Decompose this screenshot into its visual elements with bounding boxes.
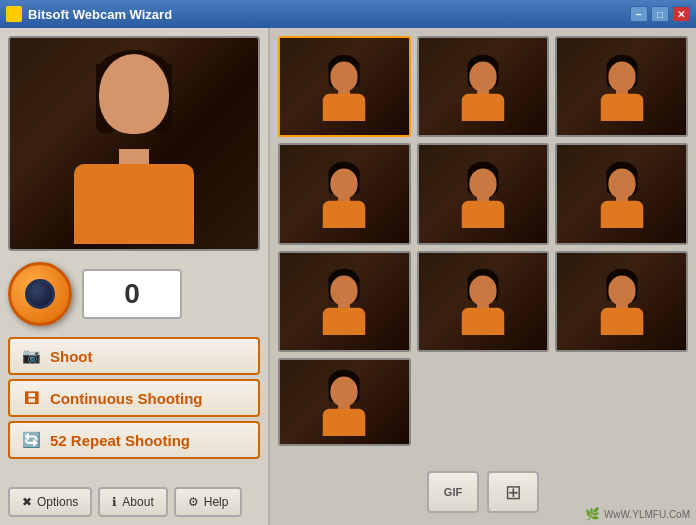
- watermark-text: WwW.YLMFU.CoM: [604, 509, 690, 520]
- repeat-icon: 🔄: [20, 431, 42, 449]
- counter-value: 0: [124, 278, 140, 310]
- thumb-img-8: [419, 253, 548, 350]
- watermark: 🌿 WwW.YLMFU.CoM: [585, 507, 690, 521]
- thumb-img-6: [557, 145, 686, 242]
- grid-view-button[interactable]: ⊞: [487, 471, 539, 513]
- repeat-shooting-button[interactable]: 🔄 52 Repeat Shooting: [8, 421, 260, 459]
- help-button[interactable]: ⚙ Help: [174, 487, 243, 517]
- thumb-img-2: [419, 38, 548, 135]
- thumbnail-7[interactable]: [278, 251, 411, 352]
- camera-preview: [8, 36, 260, 251]
- thumb-person-4: [319, 160, 370, 228]
- options-button[interactable]: ✖ Options: [8, 487, 92, 517]
- shoot-button[interactable]: 📷 Shoot: [8, 337, 260, 375]
- help-icon: ⚙: [188, 495, 199, 509]
- watermark-leaf: 🌿: [585, 507, 600, 521]
- thumbnail-5[interactable]: [417, 143, 550, 244]
- thumb-person-6: [596, 160, 647, 228]
- continuous-label: Continuous Shooting: [50, 390, 202, 407]
- continuous-shooting-button[interactable]: 🎞 Continuous Shooting: [8, 379, 260, 417]
- grid-icon: ⊞: [505, 480, 522, 504]
- thumb-person-2: [457, 53, 508, 121]
- thumb-person-1: [319, 53, 370, 121]
- thumbnail-6[interactable]: [555, 143, 688, 244]
- preview-body: [74, 164, 194, 244]
- close-button[interactable]: ✕: [672, 6, 690, 22]
- minimize-button[interactable]: −: [630, 6, 648, 22]
- camera-lens-icon: [25, 279, 55, 309]
- preview-inner: [10, 38, 258, 249]
- title-bar: Bitsoft Webcam Wizard − □ ✕: [0, 0, 696, 28]
- thumbnail-2[interactable]: [417, 36, 550, 137]
- shot-counter: 0: [82, 269, 182, 319]
- thumb-img-10: [280, 360, 409, 444]
- app-icon: [6, 6, 22, 22]
- about-label: About: [122, 495, 153, 509]
- thumb-person-8: [457, 267, 508, 335]
- thumb-person-3: [596, 53, 647, 121]
- gif-icon: GIF: [444, 486, 462, 498]
- thumbnail-8[interactable]: [417, 251, 550, 352]
- app-title: Bitsoft Webcam Wizard: [28, 7, 172, 22]
- thumb-img-9: [557, 253, 686, 350]
- thumbnail-10[interactable]: [278, 358, 411, 446]
- thumb-img-5: [419, 145, 548, 242]
- thumb-img-7: [280, 253, 409, 350]
- options-label: Options: [37, 495, 78, 509]
- thumb-person-9: [596, 267, 647, 335]
- about-icon: ℹ: [112, 495, 117, 509]
- repeat-label: 52 Repeat Shooting: [50, 432, 190, 449]
- help-label: Help: [204, 495, 229, 509]
- action-buttons: 📷 Shoot 🎞 Continuous Shooting 🔄 52 Repea…: [8, 337, 260, 459]
- preview-face: [99, 54, 169, 134]
- preview-person: [54, 44, 214, 244]
- thumb-img-3: [557, 38, 686, 135]
- thumbnail-9[interactable]: [555, 251, 688, 352]
- thumb-person-5: [457, 160, 508, 228]
- right-panel: GIF ⊞: [270, 28, 696, 525]
- gif-button[interactable]: GIF: [427, 471, 479, 513]
- title-bar-title: Bitsoft Webcam Wizard: [6, 6, 172, 22]
- options-icon: ✖: [22, 495, 32, 509]
- maximize-button[interactable]: □: [651, 6, 669, 22]
- left-panel: 0 📷 Shoot 🎞 Continuous Shooting 🔄 52 Rep…: [0, 28, 270, 525]
- thumb-img-4: [280, 145, 409, 242]
- bottom-toolbar: ✖ Options ℹ About ⚙ Help: [8, 487, 260, 517]
- thumbnail-grid: [278, 36, 688, 463]
- shoot-label: Shoot: [50, 348, 93, 365]
- shutter-button[interactable]: [8, 262, 72, 326]
- thumbnail-4[interactable]: [278, 143, 411, 244]
- continuous-icon: 🎞: [20, 389, 42, 407]
- thumb-img-1: [280, 38, 409, 135]
- main-content: 0 📷 Shoot 🎞 Continuous Shooting 🔄 52 Rep…: [0, 28, 696, 525]
- controls-area: 0: [8, 259, 260, 329]
- about-button[interactable]: ℹ About: [98, 487, 167, 517]
- thumbnail-3[interactable]: [555, 36, 688, 137]
- title-bar-buttons: − □ ✕: [630, 6, 690, 22]
- thumb-person-7: [319, 267, 370, 335]
- thumbnail-1[interactable]: [278, 36, 411, 137]
- thumb-person-10: [319, 368, 370, 436]
- shoot-icon: 📷: [20, 347, 42, 365]
